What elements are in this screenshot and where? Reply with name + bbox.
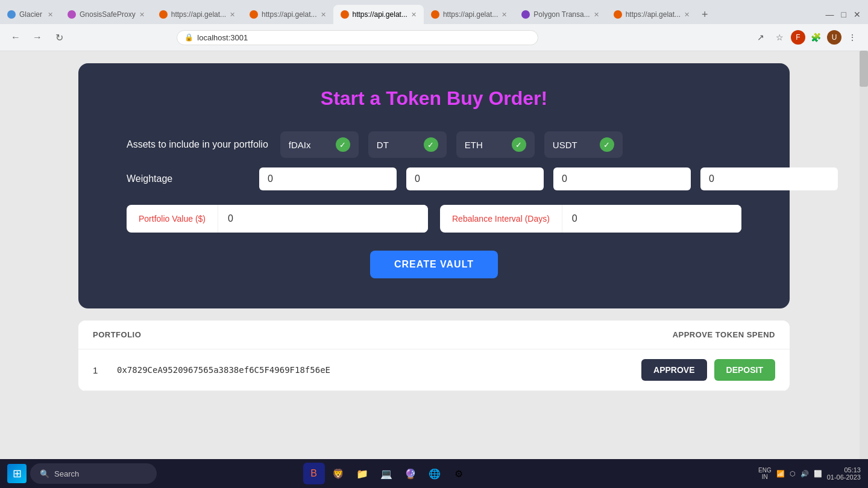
extension-icon[interactable]: F — [791, 30, 805, 45]
weightage-input-usdt[interactable] — [700, 167, 838, 190]
tab-api2[interactable]: https://api.gelat... ✕ — [242, 5, 333, 24]
taskbar-search-bar[interactable]: 🔍 Search — [30, 463, 157, 484]
close-button[interactable]: ✕ — [851, 10, 863, 19]
taskbar-app6[interactable]: 🌐 — [424, 463, 445, 484]
share-icon[interactable]: ↗ — [752, 29, 769, 46]
maximize-button[interactable]: □ — [839, 10, 849, 19]
asset-card-eth[interactable]: ETH ✓ — [456, 131, 535, 158]
check-badge-dt: ✓ — [424, 137, 438, 152]
toolbar-icons: ↗ ☆ F 🧩 U ⋮ — [752, 29, 861, 46]
tab-favicon — [341, 10, 349, 19]
taskbar-app7[interactable]: ⚙ — [448, 463, 470, 484]
scrollbar-thumb[interactable] — [860, 51, 868, 87]
asset-card-usdt[interactable]: USDT ✓ — [544, 131, 623, 158]
rebalance-interval-field: Rebalance Interval (Days) — [440, 205, 741, 233]
check-icon: ✓ — [603, 140, 610, 149]
weightage-input-fdaix[interactable] — [259, 167, 397, 190]
search-icon: 🔍 — [40, 469, 49, 478]
assets-label: Assets to include in your portfolio — [127, 139, 268, 150]
deposit-button[interactable]: DEPOSIT — [714, 359, 775, 381]
rebalance-label: Rebalance Interval (Days) — [440, 205, 562, 232]
check-icon: ✓ — [339, 140, 346, 149]
tab-close-icon[interactable]: ✕ — [411, 11, 417, 19]
tab-title: https://api.gelat... — [171, 10, 226, 19]
menu-icon[interactable]: ⋮ — [844, 29, 861, 46]
weightage-input-dt[interactable] — [406, 167, 544, 190]
scrollbar[interactable] — [860, 51, 868, 459]
weightage-label: Weightage — [127, 174, 247, 184]
portfolio-actions: APPROVE DEPOSIT — [556, 359, 775, 381]
asset-card-fdaix[interactable]: fDAIx ✓ — [280, 131, 359, 158]
puzzle-icon[interactable]: 🧩 — [808, 29, 825, 46]
tab-api3-active[interactable]: https://api.gelat... ✕ — [333, 5, 424, 24]
taskbar-brave-icon[interactable]: B — [303, 463, 325, 484]
tab-polygon[interactable]: Polygon Transa... ✕ — [514, 5, 606, 24]
portfolio-value-input[interactable] — [218, 205, 428, 233]
main-card: Start a Token Buy Order! Assets to inclu… — [78, 63, 790, 308]
new-tab-button[interactable]: + — [697, 8, 713, 21]
tab-close-icon[interactable]: ✕ — [321, 11, 326, 19]
refresh-button[interactable]: ↻ — [51, 29, 68, 46]
tab-favicon — [431, 10, 439, 19]
tab-title: Polygon Transa... — [533, 10, 590, 19]
tab-favicon — [250, 10, 258, 19]
taskbar-app2[interactable]: 🦁 — [327, 463, 349, 484]
url-text: localhost:3001 — [197, 33, 248, 42]
tab-title: Glacier — [19, 10, 44, 19]
create-vault-button[interactable]: CREATE VAULT — [370, 251, 498, 278]
tab-close-icon[interactable]: ✕ — [502, 11, 507, 19]
minimize-button[interactable]: — — [823, 10, 837, 19]
app3-icon: 📁 — [356, 468, 368, 480]
asset-cards: fDAIx ✓ DT ✓ ETH ✓ — [280, 131, 741, 158]
taskbar-app3[interactable]: 📁 — [351, 463, 373, 484]
table-row: 1 0x7829CeA9520967565a3838ef6C5F4969F18f… — [78, 349, 790, 391]
tab-favicon — [7, 10, 16, 19]
bookmark-icon[interactable]: ☆ — [772, 29, 788, 46]
tab-gnosis[interactable]: GnosisSafeProxy ✕ — [60, 5, 152, 24]
tab-close-icon[interactable]: ✕ — [48, 11, 53, 19]
clock-time: 05:13 — [827, 466, 861, 474]
tab-title: GnosisSafeProxy — [80, 10, 136, 19]
tab-favicon — [614, 10, 622, 19]
tab-favicon — [159, 10, 168, 19]
windows-icon: ⊞ — [13, 467, 22, 480]
asset-name-fdaix: fDAIx — [289, 140, 311, 150]
tab-api4[interactable]: https://api.gelat... ✕ — [424, 5, 514, 24]
page-content: Start a Token Buy Order! Assets to inclu… — [0, 51, 868, 460]
address-bar: ← → ↻ 🔒 localhost:3001 ↗ ☆ F 🧩 U ⋮ — [0, 24, 868, 51]
brave-icon: B — [310, 468, 317, 479]
tab-api1[interactable]: https://api.gelat... ✕ — [152, 5, 242, 24]
clock-date: 01-06-2023 — [827, 474, 861, 481]
tab-api5[interactable]: https://api.gelat... ✕ — [606, 5, 697, 24]
back-button[interactable]: ← — [7, 29, 24, 46]
weightage-row: Weightage — [127, 167, 741, 190]
asset-name-dt: DT — [377, 140, 389, 150]
browser-chrome: Glacier ✕ GnosisSafeProxy ✕ https://api.… — [0, 0, 868, 51]
taskbar-app4[interactable]: 💻 — [376, 463, 397, 484]
weightage-input-eth[interactable] — [553, 167, 691, 190]
tab-title: https://api.gelat... — [353, 10, 407, 19]
taskbar-time-date: 05:13 01-06-2023 — [827, 466, 861, 481]
profile-icon[interactable]: U — [827, 30, 841, 45]
assets-row: Assets to include in your portfolio fDAI… — [127, 131, 741, 158]
portfolio-value-label: Portfolio Value ($) — [127, 205, 218, 232]
asset-card-dt[interactable]: DT ✓ — [368, 131, 447, 158]
tab-glacier[interactable]: Glacier ✕ — [0, 5, 60, 24]
battery-icon: ⬜ — [814, 470, 822, 478]
forward-button[interactable]: → — [29, 29, 46, 46]
tab-close-icon[interactable]: ✕ — [594, 11, 599, 19]
approve-button[interactable]: APPROVE — [641, 359, 706, 381]
app7-icon: ⚙ — [454, 468, 463, 480]
tab-controls: — □ ✕ — [823, 10, 868, 19]
check-badge-fdaix: ✓ — [336, 137, 350, 152]
app2-icon: 🦁 — [332, 468, 344, 480]
taskbar-app5[interactable]: 🔮 — [400, 463, 421, 484]
check-icon: ✓ — [515, 140, 522, 149]
url-bar[interactable]: 🔒 localhost:3001 — [177, 30, 538, 45]
app4-icon: 💻 — [380, 468, 392, 480]
tab-close-icon[interactable]: ✕ — [684, 11, 690, 19]
tab-close-icon[interactable]: ✕ — [139, 11, 145, 19]
rebalance-input[interactable] — [562, 205, 741, 233]
tab-close-icon[interactable]: ✕ — [230, 11, 235, 19]
start-button[interactable]: ⊞ — [7, 464, 27, 483]
